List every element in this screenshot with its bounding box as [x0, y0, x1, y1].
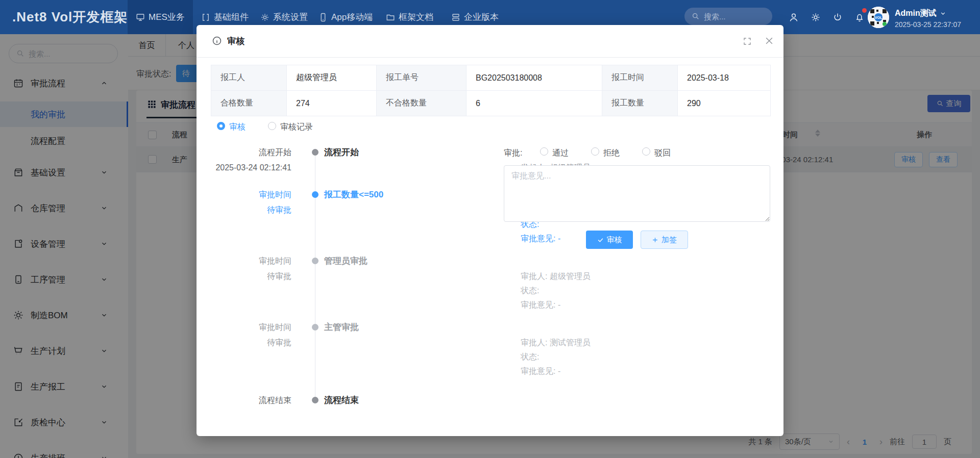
- plus-icon: [652, 237, 658, 243]
- timeline-node-title: 流程结束: [324, 395, 493, 405]
- timeline-left-labels: 流程结束: [197, 395, 291, 405]
- search-icon: [692, 12, 700, 20]
- nav-menu-label: 企业版本: [464, 11, 499, 23]
- submit-audit-button[interactable]: 审核: [586, 231, 633, 249]
- monitor-icon: [136, 13, 145, 22]
- nav-menu-mes[interactable]: MES业务: [128, 0, 193, 34]
- avatar[interactable]: VOL: [868, 7, 889, 28]
- add-sign-button[interactable]: 加签: [641, 231, 688, 249]
- timeline-left-labels: 流程开始 2025-03-24 02:12:41: [197, 147, 291, 173]
- gear-icon[interactable]: [811, 12, 821, 22]
- timeline-node-line: 审批意见: -: [521, 234, 560, 244]
- approve-label: 审批:: [504, 148, 522, 159]
- info-label: 报工人: [211, 65, 287, 91]
- timeline-left-status: 待审批: [197, 271, 291, 282]
- timeline-left-time: 2025-03-24 02:12:41: [197, 163, 291, 173]
- nav-menu-label: App移动端: [331, 11, 373, 23]
- timeline-node-title: 流程开始: [324, 147, 493, 158]
- approve-pass-label[interactable]: 通过: [552, 148, 569, 159]
- bell-icon[interactable]: [854, 12, 865, 22]
- timeline-node-start: 流程开始: [324, 147, 493, 158]
- approve-pass-radio[interactable]: [540, 147, 548, 156]
- timeline-node-line: 审批人: 测试管理员: [521, 338, 591, 348]
- info-label: 报工单号: [377, 65, 467, 91]
- fullscreen-icon[interactable]: [743, 37, 752, 46]
- timeline-node-active: 报工数量<=500: [324, 190, 493, 200]
- timeline-left-status: 待审批: [197, 205, 291, 215]
- nav-menu-label: MES业务: [149, 11, 185, 23]
- report-info-table: 报工人 超级管理员 报工单号 BG202503180008 报工时间 2025-…: [211, 65, 771, 116]
- info-value: 2025-03-18: [678, 65, 771, 91]
- app-root: 审批流程 我的审批 流程配置 基础设置 仓库管理 设备管理 工序管理 制造BOM: [0, 0, 980, 458]
- audit-view-label[interactable]: 审核: [229, 122, 246, 133]
- timeline-dot-active: [312, 191, 318, 198]
- chevron-down-icon: [940, 10, 946, 17]
- notification-badge: [862, 8, 867, 13]
- approve-reject-label[interactable]: 拒绝: [603, 148, 620, 159]
- add-sign-label: 加签: [662, 235, 677, 245]
- timeline-node-line: 状态:: [521, 352, 539, 362]
- timeline-left-title: 审批时间: [197, 322, 291, 333]
- audit-view-radio[interactable]: [217, 122, 225, 130]
- info-value: 290: [678, 91, 771, 116]
- login-datetime: 2025-03-25 22:37:07: [895, 20, 961, 29]
- dialog-header: 审核: [197, 25, 783, 58]
- timeline-node-supervisor: 主管审批: [324, 322, 493, 333]
- timeline-left-labels: 审批时间 待审批: [197, 190, 291, 215]
- timeline-left-title: 流程开始: [197, 147, 291, 158]
- info-label: 合格数量: [211, 91, 287, 116]
- timeline-node-title: 主管审批: [324, 322, 493, 333]
- timeline-dot: [312, 258, 318, 264]
- approve-reject-radio[interactable]: [591, 147, 599, 156]
- nav-menu-label: 基础组件: [214, 11, 249, 23]
- info-label: 报工数量: [602, 91, 678, 116]
- info-label: 报工时间: [602, 65, 678, 91]
- approve-return-radio[interactable]: [642, 147, 650, 156]
- power-icon[interactable]: [832, 12, 843, 22]
- timeline-node-line: 状态:: [521, 286, 539, 296]
- timeline-left-labels: 审批时间 待审批: [197, 256, 291, 282]
- timeline-node-line: 审批意见: -: [521, 366, 560, 376]
- info-value: BG202503180008: [467, 65, 602, 91]
- timeline-left-title: 流程结束: [197, 395, 291, 405]
- user-name: Admin测试: [895, 8, 937, 19]
- audit-history-label[interactable]: 审核记录: [280, 122, 313, 133]
- timeline-dot: [312, 397, 318, 403]
- timeline-left-title: 审批时间: [197, 256, 291, 266]
- user-icon[interactable]: [789, 12, 799, 22]
- audit-history-radio[interactable]: [268, 122, 276, 130]
- audit-dialog: 审核 报工人 超级管理员 报工单号 BG202503180008 报工时间 20…: [197, 25, 783, 436]
- timeline-node-title: 管理员审批: [324, 256, 493, 266]
- nav-menu-label: 系统设置: [273, 11, 308, 23]
- timeline-left-labels: 审批时间 待审批: [197, 322, 291, 348]
- timeline-left-status: 待审批: [197, 338, 291, 348]
- timeline-node-end: 流程结束: [324, 395, 493, 405]
- gear-icon: [260, 13, 270, 22]
- brackets-icon: [201, 13, 210, 22]
- timeline-node-title: 报工数量<=500: [324, 190, 493, 200]
- info-value: 6: [467, 91, 602, 116]
- nav-menu-label: 框架文档: [399, 11, 433, 23]
- timeline-dot: [312, 149, 318, 156]
- navbar-search-input[interactable]: [704, 12, 760, 21]
- timeline-left-title: 审批时间: [197, 190, 291, 200]
- timeline-node-line: 审批意见: -: [521, 300, 560, 310]
- close-icon[interactable]: [764, 36, 774, 46]
- navbar-search[interactable]: [684, 8, 772, 25]
- timeline-node-admin: 管理员审批: [324, 256, 493, 266]
- timeline-dot: [312, 324, 318, 330]
- folder-icon: [386, 13, 395, 22]
- submit-audit-label: 审核: [607, 235, 622, 245]
- user-menu[interactable]: Admin测试: [895, 8, 946, 19]
- app-logo: .Net8 Vol开发框架: [12, 8, 128, 26]
- approve-comment-textarea[interactable]: [504, 165, 770, 222]
- info-value: 超级管理员: [287, 65, 377, 91]
- phone-icon: [318, 13, 328, 22]
- info-label: 不合格数量: [377, 91, 467, 116]
- dialog-title: 审核: [227, 35, 244, 47]
- timeline-line: [315, 154, 315, 398]
- check-icon: [597, 237, 604, 243]
- svg-text:VOL: VOL: [875, 16, 883, 19]
- info-circle-icon: [212, 36, 222, 46]
- approve-return-label[interactable]: 驳回: [654, 148, 671, 159]
